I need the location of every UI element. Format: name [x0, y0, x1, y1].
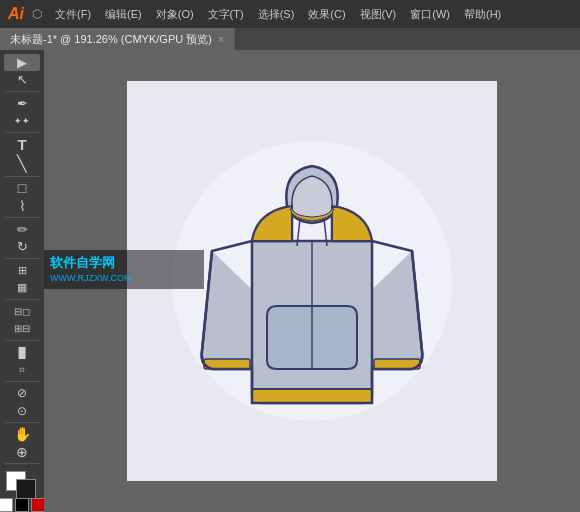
hoodie-illustration	[192, 151, 432, 411]
active-tab[interactable]: 未标题-1* @ 191.26% (CMYK/GPU 预览) ×	[0, 28, 235, 50]
toolbar-divider-1	[5, 91, 39, 92]
line-tool-button[interactable]: ╲	[4, 154, 40, 173]
artboard	[127, 81, 497, 481]
menu-view[interactable]: 视图(V)	[355, 5, 402, 24]
blend-tool-button[interactable]: ⊟◻	[4, 303, 40, 320]
slice-tool-button[interactable]: ⌗	[4, 361, 40, 378]
stroke-swatch[interactable]	[16, 479, 36, 499]
menu-text[interactable]: 文字(T)	[203, 5, 249, 24]
main-area: ▶ ↖ ✒ ✦✦ T ╲ □ ⌇ ✏ ↻ ⊞ ▦ ⊟◻ ⊞⊟ ▐▌ ⌗ ⊘ ⊙ …	[0, 50, 580, 512]
none-swatch[interactable]	[15, 498, 29, 512]
toolbar-divider-8	[5, 381, 39, 382]
symbol-tool-button[interactable]: ⊞⊟	[4, 320, 40, 337]
toolbar-divider-2	[5, 132, 39, 133]
shape-tool-button[interactable]: □	[4, 180, 40, 197]
swatch-defaults	[0, 498, 44, 512]
app-icon: ⬡	[32, 7, 42, 21]
pencil-tool-button[interactable]: ✏	[4, 221, 40, 238]
select-tool-button[interactable]: ▶	[4, 54, 40, 71]
menu-file[interactable]: 文件(F)	[50, 5, 96, 24]
svg-rect-4	[252, 389, 372, 403]
toolbar-divider-5	[5, 258, 39, 259]
graph-tool-button[interactable]: ▦	[4, 279, 40, 296]
tab-close-button[interactable]: ×	[218, 34, 224, 45]
toolbar-divider-7	[5, 340, 39, 341]
canvas-area[interactable]: 软件自学网 WWW.RJZXW.COM	[44, 50, 580, 512]
ai-logo: Ai	[8, 5, 24, 23]
text-tool-button[interactable]: T	[4, 136, 40, 153]
paintbrush-tool-button[interactable]: ⌇	[4, 197, 40, 214]
toolbar-divider-10	[5, 463, 39, 464]
tab-bar: 未标题-1* @ 191.26% (CMYK/GPU 预览) ×	[0, 28, 580, 50]
menu-edit[interactable]: 编辑(E)	[100, 5, 147, 24]
rotate-tool-button[interactable]: ↻	[4, 238, 40, 255]
toolbar-divider-4	[5, 217, 39, 218]
swap-colors[interactable]	[31, 498, 44, 512]
color-swatches-area	[4, 471, 40, 495]
direct-select-tool-button[interactable]: ↖	[4, 72, 40, 89]
toolbar-divider-9	[5, 422, 39, 423]
hoodie-svg	[192, 151, 432, 411]
zoom-tool-button[interactable]: ⊕	[4, 443, 40, 460]
menu-help[interactable]: 帮助(H)	[459, 5, 506, 24]
toolbar-divider-6	[5, 299, 39, 300]
column-graph-button[interactable]: ▐▌	[4, 344, 40, 361]
tab-title: 未标题-1* @ 191.26% (CMYK/GPU 预览)	[10, 32, 212, 47]
toolbar: ▶ ↖ ✒ ✦✦ T ╲ □ ⌇ ✏ ↻ ⊞ ▦ ⊟◻ ⊞⊟ ▐▌ ⌗ ⊘ ⊙ …	[0, 50, 44, 512]
menu-select[interactable]: 选择(S)	[253, 5, 300, 24]
title-bar: Ai ⬡ 文件(F) 编辑(E) 对象(O) 文字(T) 选择(S) 效果(C)…	[0, 0, 580, 28]
menu-window[interactable]: 窗口(W)	[405, 5, 455, 24]
eyedropper-tool-button[interactable]: ⊘	[4, 385, 40, 402]
hand-tool-button[interactable]: ✋	[4, 426, 40, 443]
toolbar-divider-3	[5, 176, 39, 177]
pen-tool-button[interactable]: ✒	[4, 95, 40, 112]
default-fill[interactable]	[0, 498, 13, 512]
anchor-tool-button[interactable]: ✦✦	[4, 113, 40, 130]
menu-effect[interactable]: 效果(C)	[303, 5, 350, 24]
nav-menu: 文件(F) 编辑(E) 对象(O) 文字(T) 选择(S) 效果(C) 视图(V…	[50, 5, 572, 24]
measure-tool-button[interactable]: ⊙	[4, 402, 40, 419]
warp-tool-button[interactable]: ⊞	[4, 262, 40, 279]
menu-object[interactable]: 对象(O)	[151, 5, 199, 24]
